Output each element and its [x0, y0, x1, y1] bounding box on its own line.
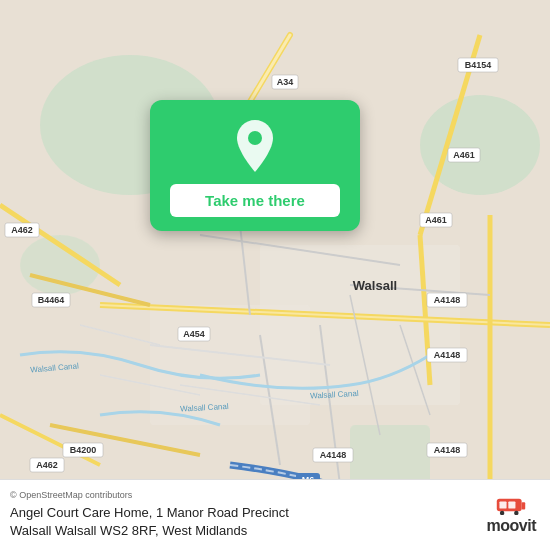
svg-rect-3 — [350, 425, 430, 485]
take-me-there-button[interactable]: Take me there — [170, 184, 340, 217]
svg-rect-5 — [150, 305, 310, 425]
address-block: © OpenStreetMap contributors Angel Court… — [10, 490, 477, 540]
map-pin-icon — [231, 118, 279, 174]
svg-text:A4148: A4148 — [320, 450, 347, 460]
moovit-icon — [495, 495, 527, 515]
svg-text:B4200: B4200 — [70, 445, 97, 455]
svg-rect-62 — [500, 501, 507, 508]
moovit-logo: moovit — [487, 495, 536, 535]
copyright-text: © OpenStreetMap contributors — [10, 490, 477, 500]
svg-text:A34: A34 — [277, 77, 294, 87]
svg-rect-66 — [522, 502, 526, 509]
info-bar: © OpenStreetMap contributors Angel Court… — [0, 479, 550, 550]
svg-point-64 — [500, 511, 504, 515]
svg-line-26 — [80, 325, 160, 345]
svg-text:A4148: A4148 — [434, 445, 461, 455]
address-text: Angel Court Care Home, 1 Manor Road Prec… — [10, 504, 477, 540]
svg-point-60 — [248, 131, 262, 145]
svg-text:Walsall: Walsall — [353, 278, 397, 293]
svg-line-11 — [0, 415, 100, 465]
map-svg: Walsall Canal Walsall Canal Walsall Cana… — [0, 0, 550, 550]
moovit-brand-text: moovit — [487, 517, 536, 535]
svg-point-65 — [514, 511, 518, 515]
svg-text:A461: A461 — [425, 215, 447, 225]
svg-text:B4464: B4464 — [38, 295, 65, 305]
svg-text:A4148: A4148 — [434, 295, 461, 305]
map-background: Walsall Canal Walsall Canal Walsall Cana… — [0, 0, 550, 550]
map-container: Walsall Canal Walsall Canal Walsall Cana… — [0, 0, 550, 550]
svg-text:Walsall Canal: Walsall Canal — [30, 361, 79, 374]
svg-text:A454: A454 — [183, 329, 205, 339]
svg-text:B4154: B4154 — [465, 60, 492, 70]
svg-text:A462: A462 — [36, 460, 58, 470]
svg-text:A462: A462 — [11, 225, 33, 235]
svg-text:A4148: A4148 — [434, 350, 461, 360]
svg-rect-63 — [509, 501, 516, 508]
svg-text:A461: A461 — [453, 150, 475, 160]
location-card[interactable]: Take me there — [150, 100, 360, 231]
